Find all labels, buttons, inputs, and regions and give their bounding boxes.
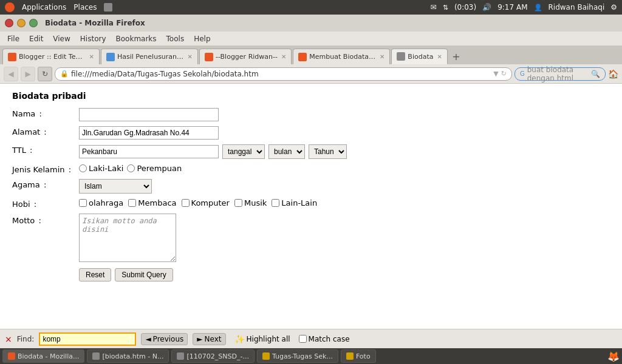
- find-input[interactable]: [39, 332, 136, 346]
- previous-button[interactable]: ◄ Previous: [141, 333, 188, 345]
- menu-edit[interactable]: Edit: [24, 33, 48, 44]
- taskbar: Biodata - Mozilla... [biodata.htm - N...…: [0, 348, 622, 364]
- username: Ridwan Baihaqi: [549, 3, 605, 12]
- agama-select[interactable]: Islam Kristen Hindu Buddha: [79, 179, 152, 194]
- menu-bookmarks[interactable]: Bookmarks: [111, 33, 162, 44]
- tab-blogger-edit[interactable]: Blogger :: Edit Temp... ✕: [2, 49, 100, 64]
- hobi-membaca-checkbox[interactable]: [128, 199, 136, 207]
- hobi-musik-label[interactable]: Musik: [234, 198, 267, 207]
- alamat-row: Alamat :: [12, 126, 610, 140]
- ttl-tahun-select[interactable]: Tahun: [309, 144, 347, 159]
- highlight-all-label[interactable]: ✨ Highlight all: [231, 333, 294, 345]
- match-case-checkbox[interactable]: [299, 335, 307, 343]
- applications-menu[interactable]: Applications: [22, 3, 66, 12]
- ttl-city-input[interactable]: [79, 145, 219, 158]
- nama-row: Nama :: [12, 108, 610, 121]
- page-title: Biodata pribadi: [12, 91, 610, 101]
- hobi-olahraga-label[interactable]: olahraga: [79, 198, 123, 207]
- form-buttons: Reset Submit Query: [79, 268, 610, 281]
- search-engine-icon: G: [520, 70, 525, 77]
- menu-tools[interactable]: Tools: [162, 33, 190, 44]
- menu-help[interactable]: Help: [189, 33, 215, 44]
- ubuntu-logo: [5, 2, 15, 12]
- places-menu[interactable]: Places: [73, 3, 97, 12]
- reload-icon: ↻: [501, 70, 507, 78]
- forward-button[interactable]: ▶: [21, 67, 35, 81]
- tab-biodata[interactable]: Biodata ✕: [391, 49, 448, 64]
- match-case-label[interactable]: Match case: [299, 335, 350, 343]
- perempuan-radio-label[interactable]: Perempuan: [127, 164, 182, 173]
- user-icon: 👤: [534, 4, 542, 12]
- previous-label: Previous: [153, 335, 184, 343]
- taskbar-item-snsd[interactable]: [110702_SNSD_-...: [171, 349, 254, 363]
- tab-favicon-blogger-ridwan: [205, 53, 213, 61]
- motto-label: Motto: [12, 216, 35, 225]
- hobi-label: Hobi: [12, 200, 30, 209]
- jenis-kelamin-row: Jenis Kelamin : Laki-Laki Perempuan: [12, 164, 610, 174]
- hobi-musik-checkbox[interactable]: [234, 199, 242, 207]
- tab-close-biodata[interactable]: ✕: [437, 53, 442, 60]
- nama-input[interactable]: [79, 108, 219, 121]
- alamat-input[interactable]: [79, 126, 219, 140]
- tab-favicon-blogger-edit: [8, 53, 16, 61]
- search-box[interactable]: G buat biodata dengan html 🔍: [514, 67, 606, 81]
- tab-hasil[interactable]: Hasil Penelusuran G... ✕: [101, 49, 198, 64]
- tab-add-button[interactable]: +: [449, 49, 463, 64]
- taskbar-favicon-snsd: [177, 352, 184, 360]
- taskbar-item-biodata-n[interactable]: [biodata.htm - N...: [87, 349, 169, 363]
- jenis-kelamin-label: Jenis Kelamin: [12, 165, 65, 174]
- motto-textarea[interactable]: Isikan motto anda disini: [79, 214, 176, 262]
- hobi-lainlain-checkbox[interactable]: [272, 199, 279, 207]
- hobi-komputer-label[interactable]: Komputer: [182, 198, 230, 207]
- alamat-label: Alamat: [12, 127, 40, 136]
- menu-view[interactable]: View: [48, 33, 75, 44]
- menu-file[interactable]: File: [2, 33, 24, 44]
- menu-history[interactable]: History: [75, 33, 111, 44]
- tab-close-hasil[interactable]: ✕: [188, 53, 193, 60]
- home-button[interactable]: 🏠: [608, 69, 618, 79]
- perempuan-radio[interactable]: [127, 164, 135, 172]
- next-button[interactable]: ► Next: [193, 333, 225, 345]
- tab-close-membuat[interactable]: ✕: [380, 53, 384, 60]
- submit-button[interactable]: Submit Query: [115, 268, 173, 281]
- tab-blogger-ridwan[interactable]: --Blogger Ridwan-- ✕: [199, 49, 292, 64]
- clock: 9:17 AM: [497, 3, 527, 12]
- reset-button[interactable]: Reset: [79, 268, 111, 281]
- page-content: Biodata pribadi Nama : Alamat : TTL : ta…: [0, 84, 622, 329]
- hobi-membaca-label[interactable]: Membaca: [128, 198, 176, 207]
- hobi-lainlain-label[interactable]: Lain-Lain: [272, 198, 317, 207]
- find-close-button[interactable]: ×: [5, 334, 12, 344]
- address-bar: ◀ ▶ ↻ 🔒 file:///media/Data/Tugas-Tugas S…: [0, 64, 622, 84]
- next-label: Next: [205, 335, 222, 343]
- tab-label-hasil: Hasil Penelusuran G...: [117, 53, 184, 61]
- tab-close-blogger-edit[interactable]: ✕: [89, 53, 94, 60]
- url-box[interactable]: 🔒 file:///media/Data/Tugas-Tugas Sekolah…: [55, 67, 512, 81]
- match-case-text: Match case: [309, 335, 350, 343]
- taskbar-item-biodata[interactable]: Biodata - Mozilla...: [2, 349, 84, 363]
- laki-radio-label[interactable]: Laki-Laki: [79, 164, 123, 173]
- laki-radio[interactable]: [79, 164, 87, 172]
- window-close-button[interactable]: [5, 19, 13, 27]
- url-favicon: 🔒: [60, 70, 69, 78]
- window-title: Biodata - Mozilla Firefox: [45, 19, 145, 27]
- reload-button[interactable]: ↻: [38, 67, 52, 81]
- url-text: file:///media/Data/Tugas-Tugas Sekolah/b…: [71, 70, 491, 78]
- back-button[interactable]: ◀: [4, 67, 18, 81]
- taskbar-label-tugas: Tugas-Tugas Sek...: [272, 352, 333, 360]
- tab-label-blogger-edit: Blogger :: Edit Temp...: [19, 53, 86, 61]
- tab-label-membuat: Membuat Biodata ...: [309, 53, 376, 61]
- ttl-bulan-select[interactable]: bulan: [268, 144, 305, 159]
- window-maximize-button[interactable]: [29, 19, 38, 27]
- hobi-olahraga-checkbox[interactable]: [79, 199, 87, 207]
- taskbar-firefox-icon: 🦊: [607, 351, 620, 362]
- ttl-tanggal-select[interactable]: tanggal: [222, 144, 265, 159]
- taskbar-item-tugas[interactable]: Tugas-Tugas Sek...: [257, 349, 338, 363]
- network-icon: ⇅: [443, 4, 448, 12]
- hobi-komputer-checkbox[interactable]: [182, 199, 190, 207]
- tab-close-blogger-ridwan[interactable]: ✕: [281, 53, 286, 60]
- window-minimize-button[interactable]: [17, 19, 26, 27]
- tab-membuat[interactable]: Membuat Biodata ... ✕: [293, 49, 390, 64]
- tab-label-blogger-ridwan: --Blogger Ridwan--: [216, 53, 278, 61]
- taskbar-item-foto[interactable]: Foto: [341, 349, 376, 363]
- taskbar-label-foto: Foto: [356, 352, 371, 360]
